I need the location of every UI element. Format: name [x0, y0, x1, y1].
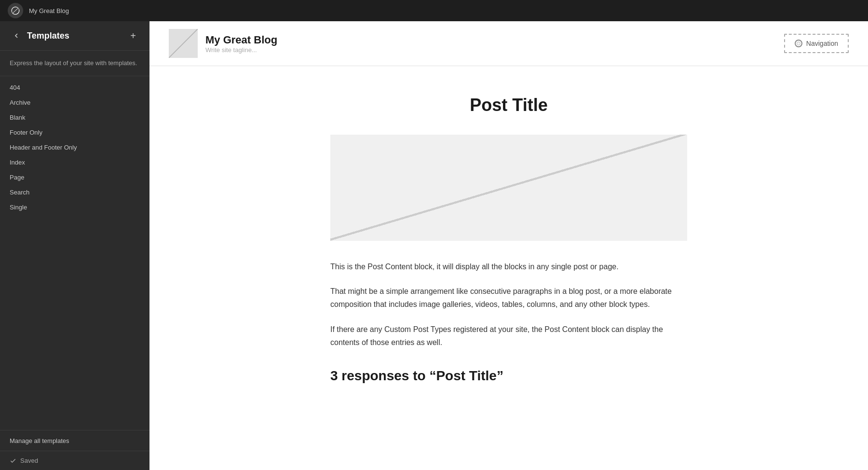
manage-all-templates-link[interactable]: Manage all templates [10, 437, 69, 444]
sidebar-item[interactable]: Archive [0, 95, 149, 110]
sidebar-item[interactable]: Footer Only [0, 125, 149, 140]
sidebar-item[interactable]: Index [0, 155, 149, 170]
navigation-label: Navigation [806, 40, 838, 47]
sidebar-list: 404ArchiveBlankFooter OnlyHeader and Foo… [0, 76, 149, 430]
wp-logo[interactable] [8, 3, 23, 18]
add-template-button[interactable]: + [126, 29, 140, 42]
sidebar-item[interactable]: Page [0, 170, 149, 185]
post-title: Post Title [330, 95, 687, 115]
site-title: My Great Blog [205, 34, 277, 46]
post-paragraph-1: This is the Post Content block, it will … [330, 260, 687, 273]
sidebar-manage: Manage all templates [0, 430, 149, 451]
preview-area: My Great Blog Write site tagline... Navi… [149, 21, 868, 470]
saved-status: Saved [20, 457, 38, 464]
post-paragraph-2: That might be a simple arrangement like … [330, 285, 687, 311]
site-header: My Great Blog Write site tagline... Navi… [149, 21, 868, 66]
site-identity: My Great Blog Write site tagline... [169, 29, 277, 58]
post-content: Post Title This is the Post Content bloc… [321, 66, 697, 413]
sidebar-footer: Saved [0, 451, 149, 470]
back-button[interactable] [10, 29, 23, 42]
site-tagline: Write site tagline... [205, 46, 277, 54]
comments-title: 3 responses to “Post Title” [330, 368, 687, 384]
sidebar-item[interactable]: Search [0, 185, 149, 200]
sidebar: Templates + Express the layout of your s… [0, 21, 149, 470]
sidebar-title: Templates [27, 31, 126, 41]
main-layout: Templates + Express the layout of your s… [0, 21, 868, 470]
post-paragraph-3: If there are any Custom Post Types regis… [330, 323, 687, 349]
saved-check-icon [10, 457, 16, 464]
post-body: This is the Post Content block, it will … [330, 260, 687, 349]
sidebar-item[interactable]: Single [0, 200, 149, 215]
featured-image [330, 135, 687, 241]
navigation-button[interactable]: Navigation [784, 34, 849, 53]
top-bar: My Great Blog [0, 0, 868, 21]
sidebar-description: Express the layout of your site with tem… [0, 51, 149, 76]
site-logo [169, 29, 198, 58]
site-title-group: My Great Blog Write site tagline... [205, 34, 277, 54]
topbar-site-name: My Great Blog [29, 7, 69, 14]
sidebar-header: Templates + [0, 21, 149, 51]
sidebar-item[interactable]: Blank [0, 110, 149, 125]
sidebar-item[interactable]: 404 [0, 80, 149, 95]
navigation-icon [795, 40, 802, 47]
sidebar-item[interactable]: Header and Footer Only [0, 140, 149, 155]
